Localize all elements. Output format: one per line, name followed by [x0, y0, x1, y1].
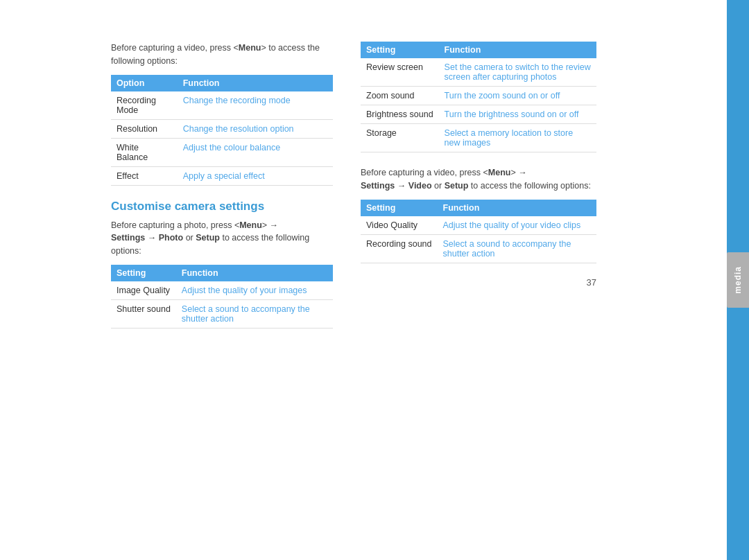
left-column: Before capturing a video, press <Menu> t…	[111, 42, 333, 532]
setting-cell: Brightness sound	[361, 105, 439, 124]
photo-options-table: Setting Function Image Quality Adjust th…	[111, 265, 333, 329]
function-header: Function	[176, 265, 333, 281]
setting-cell: Storage	[361, 124, 439, 152]
function-cell: Change the resolution option	[178, 119, 333, 138]
table-row: Resolution Change the resolution option	[111, 119, 333, 138]
left-intro-text: Before capturing a video, press <Menu> t…	[111, 42, 333, 68]
table-row: Zoom sound Turn the zoom sound on or off	[361, 87, 596, 105]
sidebar-label: media	[733, 266, 743, 294]
function-header: Function	[439, 42, 596, 58]
function-cell: Turn the brightness sound on or off	[439, 105, 596, 124]
setting-cell: Video Quality	[361, 216, 438, 235]
function-cell: Adjust the colour balance	[178, 138, 333, 166]
setting-cell: Image Quality	[111, 281, 176, 300]
table-row: Brightness sound Turn the brightness sou…	[361, 105, 596, 124]
setting-cell: Review screen	[361, 58, 439, 87]
video-settings-table: Setting Function Video Quality Adjust th…	[361, 200, 596, 263]
table-row: Shutter sound Select a sound to accompan…	[111, 299, 333, 328]
setting-cell: Shutter sound	[111, 299, 176, 328]
function-cell: Adjust the quality of your video clips	[438, 216, 596, 235]
photo-intro-text: Before capturing a photo, press <Menu> →…	[111, 219, 333, 258]
function-cell: Select a sound to accompany the shutter …	[176, 299, 333, 328]
option-header: Option	[111, 75, 178, 91]
setting-cell: Recording sound	[361, 234, 438, 263]
setting-header: Setting	[361, 42, 439, 58]
option-cell: WhiteBalance	[111, 138, 178, 166]
table-row: Recording sound Select a sound to accomp…	[361, 234, 596, 263]
function-cell: Change the recording mode	[178, 91, 333, 120]
function-cell: Select a memory location to store new im…	[439, 124, 596, 152]
function-cell: Adjust the quality of your images	[176, 281, 333, 300]
table-row: Storage Select a memory location to stor…	[361, 124, 596, 152]
page-number: 37	[361, 277, 596, 288]
option-cell: Resolution	[111, 119, 178, 138]
main-content: Before capturing a video, press <Menu> t…	[0, 0, 727, 560]
table-row: Video Quality Adjust the quality of your…	[361, 216, 596, 235]
function-cell: Turn the zoom sound on or off	[439, 87, 596, 105]
function-cell: Set the camera to switch to the review s…	[439, 58, 596, 87]
table-row: RecordingMode Change the recording mode	[111, 91, 333, 120]
table-row: WhiteBalance Adjust the colour balance	[111, 138, 333, 166]
table-row: Review screen Set the camera to switch t…	[361, 58, 596, 87]
function-header: Function	[438, 200, 596, 216]
function-cell: Select a sound to accompany the shutter …	[438, 234, 596, 263]
option-cell: Effect	[111, 166, 178, 185]
table-row: Effect Apply a special effect	[111, 166, 333, 185]
table-row: Image Quality Adjust the quality of your…	[111, 281, 333, 300]
setting-cell: Zoom sound	[361, 87, 439, 105]
function-header: Function	[178, 75, 333, 91]
video-intro-right: Before capturing a video, press <Menu> →…	[361, 166, 596, 193]
function-cell: Apply a special effect	[178, 166, 333, 185]
sidebar: media	[727, 0, 749, 560]
right-column: Setting Function Review screen Set the c…	[361, 42, 596, 532]
setting-header: Setting	[361, 200, 438, 216]
section-title: Customise camera settings	[111, 200, 333, 213]
option-cell: RecordingMode	[111, 91, 178, 120]
setting-header: Setting	[111, 265, 176, 281]
video-options-table: Option Function RecordingMode Change the…	[111, 75, 333, 186]
camera-settings-table: Setting Function Review screen Set the c…	[361, 42, 596, 152]
